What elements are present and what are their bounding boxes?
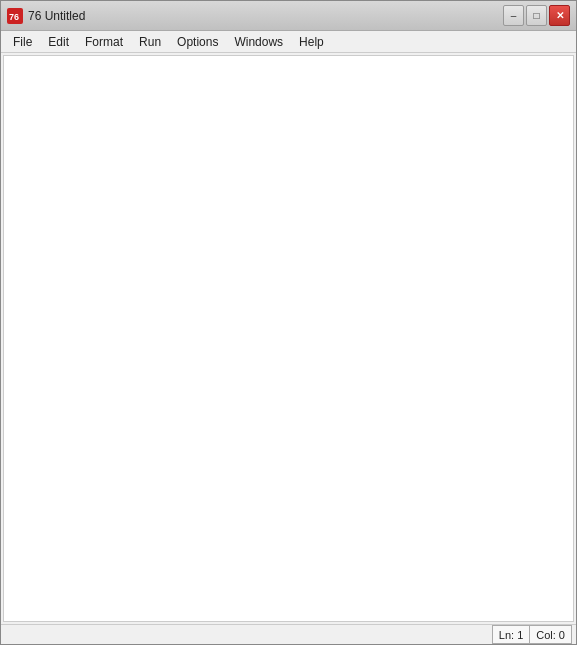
- menu-item-help[interactable]: Help: [291, 31, 332, 52]
- title-bar-controls: – □ ✕: [503, 5, 570, 26]
- main-window: 76 76 Untitled – □ ✕ File Edit Format Ru…: [0, 0, 577, 645]
- close-button[interactable]: ✕: [549, 5, 570, 26]
- menu-item-windows[interactable]: Windows: [226, 31, 291, 52]
- menu-item-run[interactable]: Run: [131, 31, 169, 52]
- svg-text:76: 76: [9, 12, 19, 22]
- app-icon: 76: [7, 8, 23, 24]
- editor-textarea[interactable]: [4, 56, 573, 621]
- minimize-button[interactable]: –: [503, 5, 524, 26]
- menu-bar: File Edit Format Run Options Windows Hel…: [1, 31, 576, 53]
- editor-container: [3, 55, 574, 622]
- title-bar-left: 76 76 Untitled: [7, 8, 85, 24]
- menu-item-options[interactable]: Options: [169, 31, 226, 52]
- menu-item-file[interactable]: File: [5, 31, 40, 52]
- editor-scroll-area: [4, 56, 573, 621]
- menu-item-format[interactable]: Format: [77, 31, 131, 52]
- window-title: 76 Untitled: [28, 9, 85, 23]
- maximize-button[interactable]: □: [526, 5, 547, 26]
- status-line: Ln: 1: [492, 625, 530, 644]
- status-col: Col: 0: [530, 625, 572, 644]
- menu-item-edit[interactable]: Edit: [40, 31, 77, 52]
- status-bar: Ln: 1 Col: 0: [1, 624, 576, 644]
- title-bar: 76 76 Untitled – □ ✕: [1, 1, 576, 31]
